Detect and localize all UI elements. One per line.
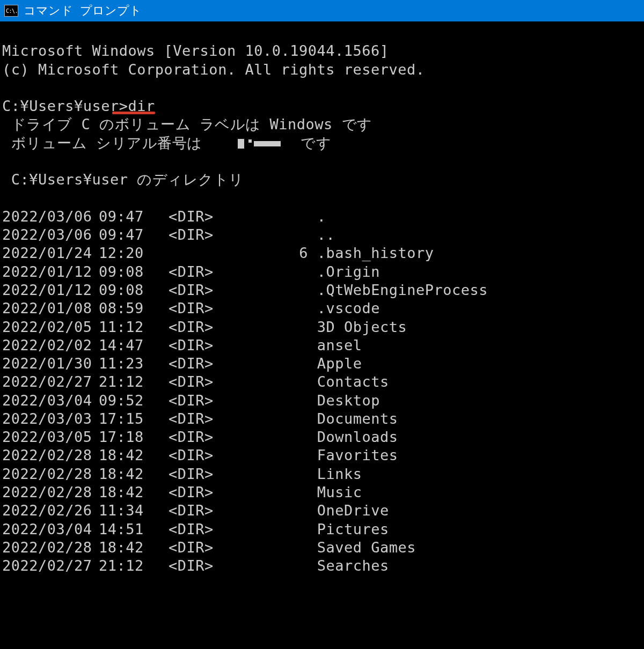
dir-entry-date: 2022/02/28 <box>2 483 99 502</box>
dir-entry-time: 09:52 <box>99 392 169 410</box>
directory-path-line: C:¥Users¥user のディレクトリ <box>2 171 244 188</box>
dir-entry-type: <DIR> <box>169 373 270 391</box>
dir-entry-name: Downloads <box>308 428 398 446</box>
banner-version: Microsoft Windows [Version 10.0.19044.15… <box>2 42 389 59</box>
dir-entry: 2022/02/0511:12<DIR> 3D Objects <box>2 318 644 336</box>
dir-entry: 2022/03/0517:18<DIR> Downloads <box>2 428 644 446</box>
dir-entry-type: <DIR> <box>169 208 270 226</box>
dir-entry-time: 18:42 <box>99 446 169 464</box>
dir-entry-type: <DIR> <box>169 428 270 446</box>
window-title: コマンド プロンプト <box>24 3 142 19</box>
dir-entry-time: 11:23 <box>99 355 169 373</box>
dir-entry: 2022/01/3011:23<DIR> Apple <box>2 355 644 373</box>
dir-entry-type: <DIR> <box>169 263 270 281</box>
volume-label-line: ドライブ C のボリューム ラベルは Windows です <box>2 116 372 132</box>
dir-entry-date: 2022/01/12 <box>2 281 99 299</box>
dir-entry-type: <DIR> <box>169 557 270 575</box>
dir-entry: 2022/02/2818:42<DIR> Saved Games <box>2 539 644 557</box>
serial-prefix: ボリューム シリアル番号は <box>2 135 211 151</box>
dir-entry-name: .. <box>308 226 335 244</box>
dir-entry: 2022/03/0317:15<DIR> Documents <box>2 410 644 428</box>
dir-entry-name: .QtWebEngineProcess <box>308 281 488 299</box>
dir-entry-time: 09:08 <box>99 281 169 299</box>
dir-entry-time: 14:47 <box>99 336 169 355</box>
dir-entry-time: 18:42 <box>99 465 169 483</box>
dir-entry: 2022/01/0808:59<DIR> .vscode <box>2 299 644 318</box>
dir-entry-name: . <box>308 208 326 226</box>
dir-entry-type: <DIR> <box>169 299 270 318</box>
serial-number-redacted <box>211 137 291 149</box>
dir-entry-type: <DIR> <box>169 392 270 410</box>
dir-entry-type: <DIR> <box>169 410 270 428</box>
terminal-output[interactable]: Microsoft Windows [Version 10.0.19044.15… <box>0 21 644 575</box>
dir-entry-date: 2022/02/27 <box>2 373 99 391</box>
dir-entry: 2022/01/1209:08<DIR> .QtWebEngineProcess <box>2 281 644 299</box>
dir-entry-type: <DIR> <box>169 465 270 483</box>
dir-entry-name: .bash_history <box>308 244 434 262</box>
dir-entry-time: 11:34 <box>99 502 169 520</box>
dir-entry-type: <DIR> <box>169 520 270 539</box>
dir-entry-name: 3D Objects <box>308 318 407 336</box>
dir-entry-time: 12:20 <box>99 244 169 262</box>
dir-entry-time: 09:47 <box>99 226 169 244</box>
dir-entry: 2022/03/0609:47<DIR> . <box>2 208 644 226</box>
directory-listing: 2022/03/0609:47<DIR> .2022/03/0609:47<DI… <box>2 208 644 576</box>
dir-entry: 2022/03/0414:51<DIR> Pictures <box>2 520 644 539</box>
dir-entry: 2022/02/2721:12<DIR> Searches <box>2 557 644 575</box>
dir-entry-name: Pictures <box>308 520 389 539</box>
dir-entry-date: 2022/03/06 <box>2 226 99 244</box>
dir-entry-date: 2022/02/27 <box>2 557 99 575</box>
dir-entry: 2022/02/0214:47<DIR> ansel <box>2 336 644 355</box>
dir-entry-name: Contacts <box>308 373 389 391</box>
dir-entry-name: Searches <box>308 557 389 575</box>
serial-suffix: です <box>291 135 331 151</box>
dir-entry: 2022/01/2412:206 .bash_history <box>2 244 644 262</box>
dir-entry: 2022/03/0409:52<DIR> Desktop <box>2 392 644 410</box>
dir-entry-date: 2022/03/06 <box>2 208 99 226</box>
dir-entry-time: 18:42 <box>99 483 169 502</box>
dir-entry-name: Desktop <box>308 392 380 410</box>
dir-entry-name: .vscode <box>308 299 380 318</box>
dir-entry-time: 11:12 <box>99 318 169 336</box>
dir-entry-date: 2022/03/05 <box>2 428 99 446</box>
dir-entry-date: 2022/02/28 <box>2 539 99 557</box>
dir-entry-date: 2022/01/24 <box>2 244 99 262</box>
dir-entry-type: <DIR> <box>169 483 270 502</box>
dir-entry: 2022/02/2818:42<DIR> Music <box>2 483 644 502</box>
dir-entry-type: <DIR> <box>169 281 270 299</box>
dir-entry-type: <DIR> <box>169 226 270 244</box>
dir-entry: 2022/01/1209:08<DIR> .Origin <box>2 263 644 281</box>
dir-entry-time: 21:12 <box>99 557 169 575</box>
dir-entry: 2022/02/2721:12<DIR> Contacts <box>2 373 644 391</box>
dir-entry-name: ansel <box>308 336 362 355</box>
dir-entry-date: 2022/01/30 <box>2 355 99 373</box>
cmd-icon: C:\. <box>4 5 18 17</box>
dir-entry-name: Links <box>308 465 362 483</box>
dir-entry-time: 09:47 <box>99 208 169 226</box>
dir-entry-time: 08:59 <box>99 299 169 318</box>
banner-copyright: (c) Microsoft Corporation. All rights re… <box>2 61 425 78</box>
dir-entry-date: 2022/03/03 <box>2 410 99 428</box>
dir-entry-time: 21:12 <box>99 373 169 391</box>
dir-entry-type: <DIR> <box>169 539 270 557</box>
dir-entry: 2022/03/0609:47<DIR> .. <box>2 226 644 244</box>
dir-entry-name: Documents <box>308 410 398 428</box>
dir-entry-name: Saved Games <box>308 539 416 557</box>
dir-entry-name: Favorites <box>308 446 398 464</box>
dir-entry: 2022/02/2818:42<DIR> Links <box>2 465 644 483</box>
cmd-icon-label: C:\. <box>6 8 18 14</box>
dir-entry-time: 17:15 <box>99 410 169 428</box>
dir-entry-type: <DIR> <box>169 318 270 336</box>
dir-entry-date: 2022/01/12 <box>2 263 99 281</box>
dir-entry-date: 2022/02/28 <box>2 446 99 464</box>
dir-entry: 2022/02/2611:34<DIR> OneDrive <box>2 502 644 520</box>
dir-entry-date: 2022/03/04 <box>2 520 99 539</box>
dir-entry-time: 17:18 <box>99 428 169 446</box>
titlebar[interactable]: C:\. コマンド プロンプト <box>0 0 644 21</box>
dir-entry-type: <DIR> <box>169 355 270 373</box>
dir-entry-time: 14:51 <box>99 520 169 539</box>
dir-entry-name: OneDrive <box>308 502 389 520</box>
dir-entry-name: .Origin <box>308 263 380 281</box>
dir-entry-size: 6 <box>270 244 308 262</box>
dir-entry-type: <DIR> <box>169 336 270 355</box>
